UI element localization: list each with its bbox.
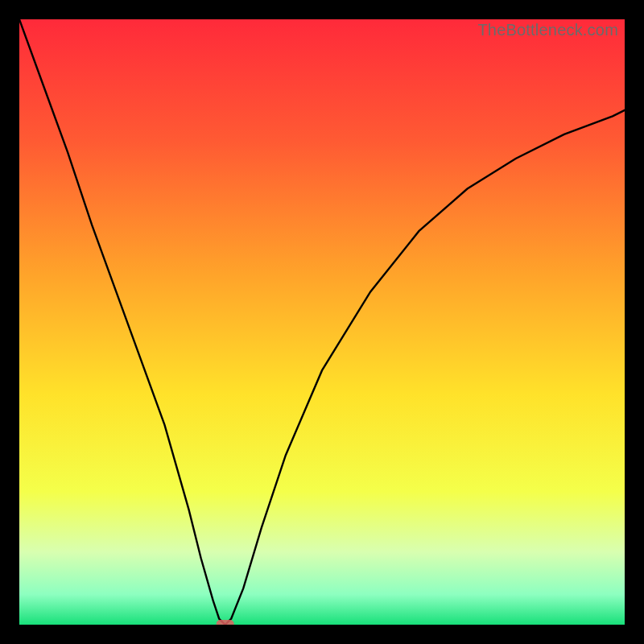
watermark-label: TheBottleneck.com xyxy=(477,21,618,39)
chart-frame: TheBottleneck.com xyxy=(19,19,625,625)
gradient-background xyxy=(19,19,625,625)
minimum-marker xyxy=(217,620,234,625)
svg-rect-0 xyxy=(217,620,234,625)
bottleneck-chart xyxy=(19,19,625,625)
